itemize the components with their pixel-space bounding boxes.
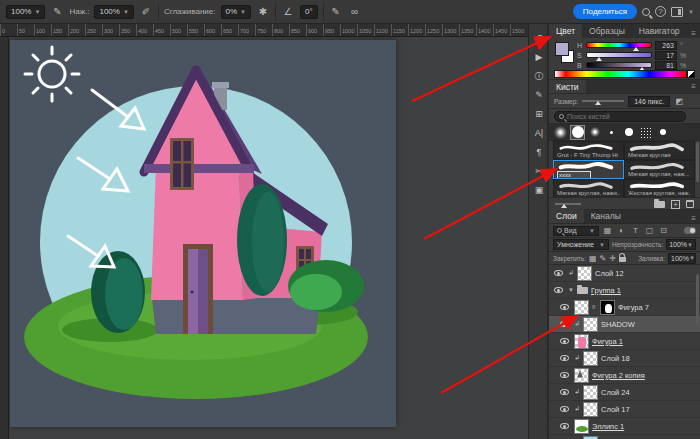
brush-preset[interactable]: Жесткая круглая, наж... <box>624 179 695 198</box>
foreground-color-swatch[interactable] <box>555 42 569 56</box>
hue-slider[interactable] <box>586 42 652 48</box>
tab-navigator[interactable]: Навигатор <box>632 24 687 38</box>
symmetry-icon[interactable]: ∞ <box>348 6 362 17</box>
brush-search-box[interactable] <box>554 111 686 122</box>
pressure-opacity-icon[interactable]: ✎ <box>50 6 64 17</box>
search-icon[interactable] <box>642 8 650 16</box>
layer-row[interactable]: Фигура 1 <box>549 333 700 350</box>
tool-type-icon[interactable]: A| <box>529 125 549 141</box>
hue-value[interactable]: 263 <box>655 41 677 50</box>
recent-brush[interactable] <box>604 125 619 140</box>
layer-thumbnail[interactable] <box>574 368 589 383</box>
color-spectrum-ramp[interactable] <box>554 70 687 78</box>
preview-size-slider[interactable] <box>555 203 581 205</box>
visibility-toggle[interactable] <box>558 423 571 429</box>
workspace-icon[interactable] <box>671 7 683 17</box>
brightness-slider[interactable] <box>586 62 652 68</box>
layer-thumbnail[interactable] <box>577 266 592 281</box>
layer-thumbnail[interactable] <box>574 334 589 349</box>
recent-brush[interactable] <box>553 125 568 140</box>
visibility-toggle[interactable] <box>558 372 571 378</box>
visibility-toggle[interactable] <box>558 304 571 310</box>
lock-all-icon[interactable] <box>619 257 626 262</box>
layer-row[interactable]: Эллипс 1 <box>549 418 700 435</box>
brush-preset-selected[interactable]: xxxx <box>553 160 624 179</box>
visibility-toggle[interactable] <box>558 406 571 412</box>
pressure-size-icon[interactable]: ✎ <box>329 6 343 17</box>
layer-thumbnail[interactable] <box>583 385 598 400</box>
recent-brush-selected[interactable] <box>570 125 585 140</box>
smoothing-field[interactable]: 0%▼ <box>221 5 252 19</box>
layer-thumbnail[interactable] <box>574 300 589 315</box>
visibility-toggle[interactable] <box>558 389 571 395</box>
layer-filter-select[interactable]: Вид ▼ <box>553 226 599 236</box>
canvas-area[interactable] <box>0 37 528 439</box>
filter-adjustment-icon[interactable]: ◐ <box>616 226 627 235</box>
panel-menu-icon[interactable]: ≡ <box>687 29 700 38</box>
layer-thumbnail[interactable] <box>583 351 598 366</box>
tool-pencil-icon[interactable]: ✎ <box>529 87 549 103</box>
lock-move-icon[interactable]: ✛ <box>609 254 616 263</box>
brightness-value[interactable]: 81 <box>655 61 677 70</box>
chevron-down-icon[interactable]: ▼ <box>688 9 694 15</box>
new-brush-icon[interactable]: + <box>671 200 680 209</box>
blend-mode-select[interactable]: Умножение ▼ <box>553 239 609 250</box>
layer-row[interactable]: ↳ Слой 24 <box>549 384 700 401</box>
tool-info-icon[interactable]: ⓘ <box>529 68 549 84</box>
tool-note-icon[interactable]: ¶ <box>529 144 549 160</box>
brush-preset[interactable]: Grut - F Tiny Thump Hi <box>553 141 624 160</box>
tool-slice-icon[interactable]: ✂ <box>529 163 549 179</box>
brush-angle-icon[interactable]: ◩ <box>674 97 684 106</box>
recent-brush[interactable] <box>655 125 670 140</box>
filter-type-icon[interactable]: T <box>630 226 641 235</box>
tool-frame-icon[interactable]: ▣ <box>529 182 549 198</box>
size-knob[interactable] <box>595 101 601 105</box>
visibility-toggle[interactable] <box>558 321 571 327</box>
layer-row[interactable]: ↳ Слой 18 <box>549 350 700 367</box>
filter-smart-icon[interactable]: ⊡ <box>658 226 669 235</box>
layer-row[interactable]: 8 Фигура 7 <box>549 299 700 316</box>
filter-pixel-icon[interactable]: ▦ <box>602 226 613 235</box>
layer-thumbnail[interactable] <box>574 419 589 434</box>
preview-size-knob[interactable] <box>561 204 567 208</box>
layer-name[interactable]: Фигура 7 <box>618 303 649 312</box>
smoothing-options-gear-icon[interactable]: ✱ <box>256 6 270 17</box>
tab-swatches[interactable]: Образцы <box>582 24 632 38</box>
layer-name[interactable]: Слой 12 <box>595 269 624 278</box>
layer-row[interactable]: Фигура 2 копия <box>549 367 700 384</box>
new-group-folder-icon[interactable] <box>654 201 665 208</box>
fill-field[interactable]: 100% ▼ <box>668 253 696 264</box>
layer-name[interactable]: Слой 24 <box>601 388 630 397</box>
recent-brush[interactable] <box>587 125 602 140</box>
layer-row[interactable]: ↳ Слой 17 <box>549 401 700 418</box>
layers-scrollbar[interactable] <box>696 274 699 324</box>
filter-toggle[interactable] <box>684 227 696 234</box>
saturation-slider[interactable] <box>586 52 652 58</box>
recent-brush[interactable] <box>621 125 636 140</box>
angle-field[interactable]: 0° <box>300 5 318 19</box>
group-row[interactable]: ▼ Группа 1 <box>549 282 700 299</box>
layer-row[interactable]: ↳ Слой 12 <box>549 265 700 282</box>
brush-preset[interactable]: Мягкая круглая, нажи... <box>553 179 624 198</box>
visibility-toggle[interactable] <box>552 270 565 276</box>
black-white-swatch[interactable] <box>687 70 695 78</box>
brush-preset[interactable]: Мягкая круглая, наж... <box>624 160 695 179</box>
visibility-toggle[interactable] <box>558 355 571 361</box>
group-name[interactable]: Группа 1 <box>591 286 621 295</box>
tool-history-brush-icon[interactable]: ↶ <box>529 30 549 46</box>
tab-channels[interactable]: Каналы <box>584 209 628 223</box>
lock-paint-icon[interactable]: ✎ <box>600 254 607 263</box>
filter-shape-icon[interactable]: ▢ <box>644 226 655 235</box>
layer-row[interactable]: ↳ Слой 26 <box>549 435 700 439</box>
group-expand-chevron[interactable]: ▼ <box>568 287 574 293</box>
brush-preset[interactable]: Мягкая круглая <box>624 141 695 160</box>
help-icon[interactable]: ? <box>655 6 666 17</box>
tool-clone-stamp-icon[interactable]: ⊞ <box>529 106 549 122</box>
mask-link-icon[interactable]: 8 <box>592 304 597 310</box>
visibility-toggle[interactable] <box>558 338 571 344</box>
visibility-toggle[interactable] <box>552 287 565 293</box>
layer-name[interactable]: Слой 18 <box>601 354 630 363</box>
recent-brush[interactable] <box>638 125 653 140</box>
brush-search-input[interactable] <box>567 113 667 120</box>
opacity-field[interactable]: 100%▼ <box>6 5 45 19</box>
